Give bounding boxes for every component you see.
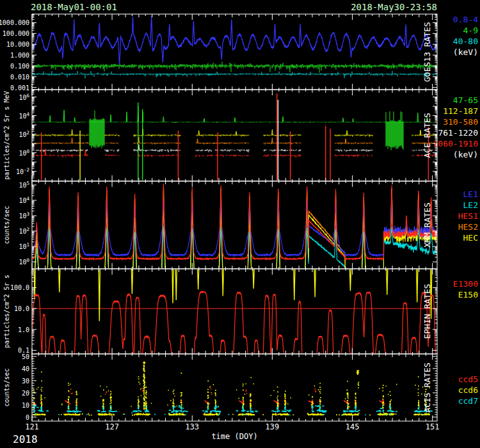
x-axis-labels: 121127133139145151 <box>25 422 439 431</box>
acis-dots-cyan <box>33 405 433 415</box>
panel-frame-goes13: 1000.000100.00010.0001.0000.1000.0100.00… <box>0 14 478 92</box>
y-tick-label: 101 <box>19 242 29 250</box>
y-tick-label: 100 <box>19 148 29 157</box>
legend-ephin-1: E150 <box>458 290 478 300</box>
y-tick-label: 100 <box>19 257 29 266</box>
axis-ticks <box>32 14 437 90</box>
exponent: 2 <box>26 130 29 136</box>
y-tick-label: 102 <box>19 227 29 235</box>
panel-data-xmm <box>32 184 437 269</box>
x-tick-label: 151 <box>426 422 440 431</box>
exponent: 6 <box>26 93 29 99</box>
exponent: 4 <box>26 196 29 202</box>
y-tick-label: 100.000 <box>3 30 29 37</box>
legend-ephin-0: E1300 <box>453 279 478 289</box>
y-tick-label: 0.001 <box>10 84 29 92</box>
legend-xmm-4: HEC <box>463 233 478 243</box>
legend-xmm-1: LE2 <box>463 200 478 210</box>
exponent: 5 <box>26 180 29 186</box>
series-ephin-e1300 <box>32 291 437 359</box>
legend-acis-2: ccd7 <box>458 396 478 406</box>
y-tick-label: 1.0 <box>18 326 29 333</box>
x-axis-title: time (DOY) <box>32 432 437 441</box>
y-tick-label: 1.000 <box>10 52 29 59</box>
panel-title-ace: ACE RATES <box>422 113 432 157</box>
y-tick-label: 105 <box>19 180 29 189</box>
legend-ace-0: 47-65 <box>453 95 478 105</box>
plot-canvas: 1000.000100.00010.0001.0000.1000.0100.00… <box>0 0 480 448</box>
year-label: 2018 <box>13 433 38 445</box>
legend-goes13-1: 4-9 <box>463 26 478 35</box>
y-tick-label: 10 <box>22 402 29 409</box>
y-tick-label: 10.0 <box>14 305 29 312</box>
x-tick-label: 133 <box>185 422 199 431</box>
panel-border <box>32 269 437 354</box>
y-tick-label: 104 <box>19 196 29 204</box>
y-tick-label: 10-2 <box>16 167 29 175</box>
series-xmm-yellow <box>32 187 437 269</box>
x-tick-label: 127 <box>105 422 119 431</box>
series-goes-40-80-keV <box>33 71 436 78</box>
legend-ace-5: (keV) <box>453 150 478 159</box>
panel-title-goes13: GOES13 RATES <box>422 22 432 82</box>
panel-title-xmm: XMM RATES <box>422 202 432 247</box>
y-tick-label: 10.000 <box>6 41 29 48</box>
panel-data-acis <box>33 362 433 416</box>
y-tick-label: 20 <box>22 390 29 397</box>
series-ace-1060-1910 <box>32 149 436 157</box>
series-ace-telemetry-block <box>90 111 403 150</box>
exponent: 4 <box>26 111 29 117</box>
y-tick-label: 0.010 <box>10 74 29 81</box>
legend-goes13-3: (keV) <box>453 47 478 57</box>
y-tick-label: 1000.000 <box>0 19 29 26</box>
y-axis-title-acis: counts/sec <box>3 368 10 406</box>
x-tick-label: 139 <box>266 422 280 431</box>
legend-goes13-2: 40-80 <box>453 36 478 46</box>
y-tick-label: 50 <box>22 353 29 360</box>
y-axis-title-ace: particles/cm^2 Sr s MeV <box>3 91 10 179</box>
y-tick-label: 100.0 <box>10 284 29 291</box>
legend-acis-1: ccd6 <box>458 385 478 395</box>
series-xmm-blue <box>32 195 437 256</box>
legend-ace-2: 310-580 <box>443 117 478 127</box>
exponent: 1 <box>26 242 29 248</box>
radiation-summary-plot: 2018-May01-00:01 2018-May30-23:58 1000.0… <box>0 0 480 448</box>
legend-goes13-0: 0.8-4 <box>453 15 478 24</box>
panel-title-acis: ACIS RATES <box>422 362 432 412</box>
y-tick-label: 30 <box>22 378 29 385</box>
series-goes-4-9-keV <box>33 61 436 72</box>
series-xmm-orange <box>32 209 437 269</box>
acis-dots-yellow <box>33 362 430 416</box>
y-tick-label: 40 <box>22 365 29 372</box>
panel-data-ace <box>32 93 436 180</box>
series-goes-0.8-4-keV <box>32 16 437 65</box>
legend-xmm-0: LE1 <box>463 189 478 199</box>
legend-acis-0: ccd5 <box>458 374 478 384</box>
x-tick-label: 121 <box>25 422 39 431</box>
legend-xmm-2: HES1 <box>458 211 478 221</box>
exponent: 3 <box>26 211 29 217</box>
panel-border <box>32 14 437 90</box>
y-tick-label: 102 <box>19 130 29 138</box>
y-tick-label: 0 <box>26 414 29 421</box>
panel-data-ephin <box>32 269 437 360</box>
legend-ace-4: 1060-1910 <box>433 139 478 148</box>
legend-ace-3: 761-1220 <box>438 128 478 138</box>
exponent: 0 <box>26 148 29 154</box>
series-xmm-red <box>32 184 437 259</box>
axis-ticks <box>32 269 437 354</box>
y-axis-title-xmm: counts/sec <box>3 205 10 244</box>
exponent: 0 <box>26 257 29 263</box>
y-tick-label: 106 <box>19 93 29 101</box>
y-tick-label: 103 <box>19 211 29 220</box>
x-tick-label: 145 <box>346 422 360 431</box>
exponent: 2 <box>26 227 29 232</box>
exponent: -2 <box>24 167 29 173</box>
legend-xmm-3: HES2 <box>458 222 478 232</box>
series-xmm-cyan <box>32 227 437 270</box>
y-tick-label: 0.100 <box>10 63 29 70</box>
panel-data-goes13 <box>32 16 437 78</box>
y-axis-title-ephin: particles/cm^2 Sr s <box>3 275 10 348</box>
panel-title-ephin: EPHIN RATES <box>422 284 432 339</box>
y-tick-label: 104 <box>19 111 29 120</box>
